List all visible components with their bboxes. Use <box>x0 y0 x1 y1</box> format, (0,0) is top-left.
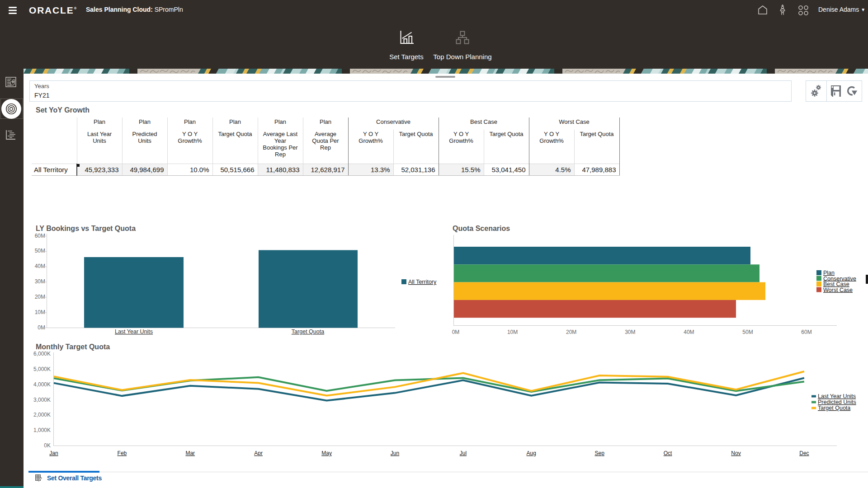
svg-text:0M: 0M <box>38 324 45 331</box>
svg-text:Predicted Units: Predicted Units <box>818 399 856 405</box>
svg-text:Worst Case: Worst Case <box>823 287 853 293</box>
svg-text:Sep: Sep <box>595 450 605 456</box>
svg-text:All Territory: All Territory <box>408 279 437 285</box>
svg-text:2,000K: 2,000K <box>33 412 51 418</box>
svg-text:10M: 10M <box>35 309 45 315</box>
svg-text:40M: 40M <box>35 263 45 269</box>
svg-text:Jun: Jun <box>391 450 399 456</box>
svg-text:50M: 50M <box>35 248 45 254</box>
svg-text:30M: 30M <box>35 278 45 285</box>
svg-text:Last Year Units: Last Year Units <box>818 393 856 399</box>
svg-text:60M: 60M <box>35 233 45 239</box>
svg-text:20M: 20M <box>566 329 576 335</box>
svg-text:Apr: Apr <box>254 450 263 456</box>
svg-text:Aug: Aug <box>527 450 536 456</box>
svg-text:40M: 40M <box>684 329 694 335</box>
svg-text:3,000K: 3,000K <box>33 397 51 403</box>
svg-text:30M: 30M <box>625 329 635 335</box>
svg-text:6,000K: 6,000K <box>33 351 51 357</box>
svg-text:5,000K: 5,000K <box>33 366 51 372</box>
svg-text:0K: 0K <box>44 442 51 449</box>
svg-text:Oct: Oct <box>664 450 672 456</box>
svg-text:60M: 60M <box>801 329 811 335</box>
svg-text:Dec: Dec <box>799 450 809 456</box>
svg-text:May: May <box>321 450 332 456</box>
svg-text:Last Year Units: Last Year Units <box>115 328 153 335</box>
svg-text:Mar: Mar <box>185 450 195 456</box>
svg-text:4,000K: 4,000K <box>33 381 51 388</box>
svg-text:Nov: Nov <box>731 450 741 456</box>
svg-text:Feb: Feb <box>118 450 127 456</box>
svg-text:1,000K: 1,000K <box>33 427 51 433</box>
svg-text:50M: 50M <box>742 329 753 335</box>
svg-text:20M: 20M <box>35 294 45 300</box>
svg-text:Target Quota: Target Quota <box>818 405 850 411</box>
svg-text:0M: 0M <box>452 329 460 335</box>
svg-text:Target Quota: Target Quota <box>292 328 324 335</box>
svg-text:Jul: Jul <box>460 450 467 456</box>
svg-text:Jan: Jan <box>49 450 58 456</box>
svg-text:10M: 10M <box>507 329 518 335</box>
